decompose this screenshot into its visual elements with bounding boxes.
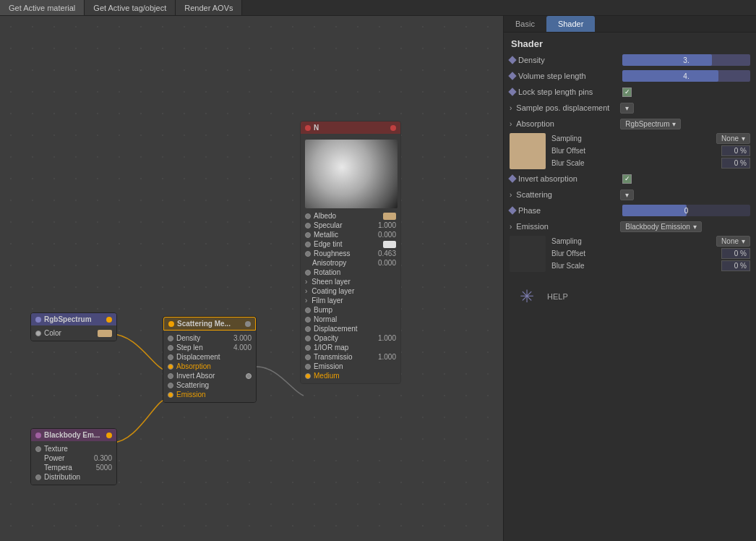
abs-blur-offset-val[interactable]: 0 % (721, 145, 750, 156)
absorption-controls: Sampling None ▾ Blur Offset 0 % Blur Sca… (551, 133, 750, 169)
volume-step-value-area: 4. (622, 70, 750, 82)
main-sheen-arrow[interactable]: › (305, 278, 307, 286)
scatter-density-row: Density 3.000 (168, 333, 252, 343)
phase-slider-container: 0 (622, 205, 750, 216)
scattering-node[interactable]: Scattering Me... Density 3.000 Step len … (163, 316, 257, 403)
main-edge-swatch (383, 241, 396, 248)
get-active-tag-button[interactable]: Get Active tag/object (85, 0, 176, 15)
scattering-expand[interactable]: › (510, 191, 512, 199)
main-anisotropy-label: Anisotropy (305, 259, 375, 267)
blackbody-texture-socket (35, 446, 41, 452)
blackbody-header: Blackbody Em... (31, 429, 116, 441)
phase-slider[interactable]: 0 (622, 205, 750, 216)
main-ior-socket (305, 345, 311, 351)
invert-absorption-checkbox[interactable]: ✓ (622, 174, 632, 184)
emission-expand[interactable]: › (510, 223, 512, 231)
sample-disp-label: Sample pos. displacement (516, 103, 617, 112)
emit-sampling-dropdown[interactable]: None ▾ (716, 236, 750, 247)
tab-basic[interactable]: Basic (504, 16, 546, 32)
lock-step-label: Lock step length pins (518, 88, 619, 96)
main-specular-val: 1.000 (378, 221, 396, 229)
scatter-step-label: Step len (176, 344, 231, 352)
main-node[interactable]: N Albedo Specular 1.000 Metallic (300, 121, 401, 384)
node-canvas[interactable]: RgbSpectrum Color Scattering Me... (0, 16, 503, 541)
blackbody-dist-row: Distribution (35, 472, 112, 482)
main-ior-label: 1/IOR map (314, 344, 396, 352)
emission-header-row: › Emission Blackbody Emission ▾ (504, 218, 756, 234)
main-node-preview (305, 140, 398, 208)
main-rotation-row: Rotation (305, 268, 396, 277)
emit-blur-offset-val[interactable]: 0 % (721, 248, 750, 259)
sample-disp-dropdown[interactable]: ▾ (620, 103, 634, 114)
scatter-step-row: Step len 4.000 (168, 343, 252, 352)
invert-absorption-diamond (508, 174, 516, 182)
main-film-arrow[interactable]: › (305, 297, 307, 304)
render-aovs-button[interactable]: Render AOVs (176, 0, 242, 15)
absorption-swatch[interactable] (510, 133, 546, 169)
blackbody-dot (35, 433, 41, 438)
absorption-dropdown[interactable]: RgbSpectrum ▾ (620, 119, 681, 129)
get-active-material-button[interactable]: Get Active material (0, 0, 85, 15)
density-diamond (508, 56, 516, 64)
main-node-title: N (314, 124, 319, 132)
abs-sampling-dropdown[interactable]: None ▾ (716, 133, 750, 144)
emission-dropdown[interactable]: Blackbody Emission ▾ (620, 221, 701, 232)
scattering-header-row: › Scattering ▾ (504, 187, 756, 203)
main-roughness-row: Roughness 0.463 (305, 249, 396, 258)
lock-step-checkbox[interactable]: ✓ (622, 88, 632, 97)
density-fill (622, 54, 712, 66)
blackbody-node[interactable]: Blackbody Em... Texture Power 0.300 Temp… (30, 428, 117, 485)
invert-absorption-label: Invert absorption (518, 174, 619, 183)
main-medium-socket (305, 373, 311, 379)
blackbody-dist-label: Distribution (44, 473, 112, 481)
emission-controls: Sampling None ▾ Blur Offset 0 % Blur Sca… (551, 236, 750, 271)
density-slider-text: 3. (683, 56, 689, 64)
sample-disp-row: › Sample pos. displacement ▾ (504, 100, 756, 116)
volume-step-slider[interactable]: 4. (622, 70, 750, 82)
main-transmission-val: 1.000 (378, 353, 396, 361)
absorption-color-row: Sampling None ▾ Blur Offset 0 % Blur Sca… (504, 132, 756, 171)
scatter-emission-socket (168, 392, 173, 398)
emission-swatch[interactable] (510, 236, 546, 272)
main-specular-label: Specular (314, 221, 375, 229)
emit-blur-scale-val[interactable]: 0 % (721, 260, 750, 271)
main-displacement-row: Displacement (305, 324, 396, 333)
scatter-density-socket (168, 336, 173, 341)
absorption-expand[interactable]: › (510, 120, 512, 128)
panel-content: Shader Density 3. Volume step length (504, 33, 756, 541)
abs-blur-scale-row: Blur Scale 0 % (551, 158, 750, 169)
absorption-spectrum-label: RgbSpectrum (625, 120, 669, 128)
main-rotation-label: Rotation (314, 268, 396, 276)
main-displacement-socket (305, 326, 311, 332)
density-row: Density 3. (504, 52, 756, 68)
tab-shader[interactable]: Shader (546, 16, 595, 32)
scatter-displacement-socket (168, 354, 173, 360)
blackbody-temp-row: Tempera 5000 (35, 463, 112, 472)
rgb-color-swatch[interactable] (98, 330, 112, 337)
scatter-scattering-label: Scattering (176, 381, 252, 389)
main-albedo-label: Albedo (314, 212, 380, 220)
emit-sampling-arrow: ▾ (742, 237, 745, 245)
rgb-color-socket (35, 331, 41, 336)
blackbody-temp-val: 5000 (96, 464, 112, 472)
main-ior-row: 1/IOR map (305, 343, 396, 352)
phase-diamond (508, 206, 516, 214)
abs-blur-scale-val[interactable]: 0 % (721, 158, 750, 169)
right-panel: Basic Shader Shader Density 3. Volume st… (503, 16, 756, 541)
scattering-dropdown[interactable]: ▾ (620, 189, 634, 200)
density-slider[interactable]: 3. (622, 54, 750, 66)
scatter-scattering-row: Scattering (168, 380, 252, 390)
main-metallic-socket (305, 232, 311, 238)
panel-tabs: Basic Shader (504, 16, 756, 33)
help-icon[interactable]: ✳ (512, 282, 541, 311)
main-albedo-socket (305, 213, 311, 219)
sample-disp-arrow[interactable]: › (510, 104, 512, 112)
main-coating-arrow[interactable]: › (305, 287, 307, 295)
main-roughness-val: 0.463 (378, 250, 396, 257)
scatter-absorption-label: Absorption (176, 362, 252, 370)
rgb-spectrum-node[interactable]: RgbSpectrum Color (30, 312, 117, 341)
blackbody-texture-label: Texture (44, 445, 112, 453)
emit-sampling-label: Sampling (551, 237, 712, 245)
main-displacement-label: Displacement (314, 325, 396, 333)
scatter-node-title: Scattering Me... (177, 320, 231, 328)
